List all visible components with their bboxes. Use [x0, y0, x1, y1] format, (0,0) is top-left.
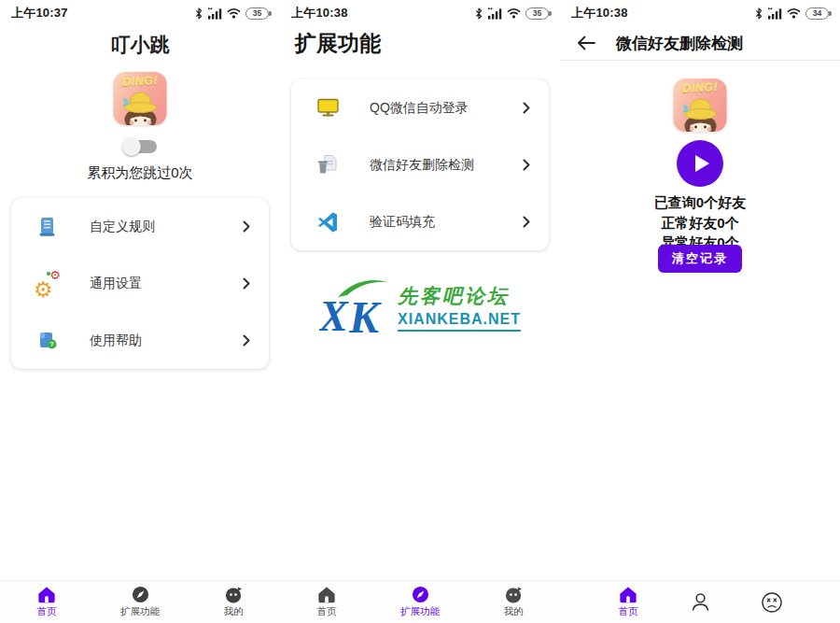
- signal-icon: [488, 7, 502, 20]
- home-icon: [37, 586, 56, 603]
- watermark-forum-name: 先客吧论坛: [398, 283, 510, 309]
- menu-item-label: 自定义规则: [90, 219, 243, 235]
- stat-queried: 已查询0个好友: [560, 192, 840, 213]
- menu-item-label: 微信好友删除检测: [370, 157, 523, 174]
- profile-face-icon: [505, 586, 523, 603]
- nav-sad-face[interactable]: [739, 581, 805, 623]
- nav-home[interactable]: 首页: [595, 581, 661, 623]
- nav-home[interactable]: 首页: [280, 581, 373, 623]
- sad-face-icon: [761, 591, 783, 614]
- profile-face-icon: [225, 586, 243, 603]
- app-icon: DING!: [674, 78, 727, 132]
- bottom-nav: 首页 扩展功能 我的: [0, 580, 280, 623]
- nav-label: 扩展功能: [400, 605, 440, 618]
- wifi-icon: [787, 7, 801, 19]
- nav-person[interactable]: [667, 581, 733, 623]
- app-icon: DING!: [114, 72, 167, 125]
- menu-item-help[interactable]: ? 使用帮助: [11, 312, 269, 369]
- nav-label: 首页: [619, 605, 638, 618]
- home-menu-card: 自定义规则 ⚙⚙ 通用设置 ? 使用帮助: [11, 198, 269, 369]
- app-icon-ding-text: DING!: [114, 74, 167, 90]
- back-arrow-icon[interactable]: [577, 35, 595, 50]
- watermark-text: 先客吧论坛 XIANKEBA.NET: [398, 283, 521, 332]
- nav-profile[interactable]: 我的: [467, 581, 560, 623]
- bluetooth-icon: [474, 7, 483, 20]
- chevron-right-icon: [243, 277, 250, 290]
- screenshot-canvas: 上午10:37 35 叮小跳 DING!: [0, 0, 840, 623]
- gears-icon: ⚙⚙: [35, 272, 60, 296]
- battery-icon: 34: [805, 7, 829, 20]
- menu-item-captcha-fill[interactable]: 验证码填充: [291, 193, 549, 250]
- monitor-icon: [315, 96, 340, 120]
- nav-label: 扩展功能: [120, 605, 160, 618]
- jump-toggle[interactable]: [123, 140, 157, 153]
- status-bar: 上午10:38 34: [560, 0, 840, 26]
- chevron-right-icon: [243, 220, 250, 233]
- watermark-site-url: XIANKEBA.NET: [398, 311, 521, 332]
- play-icon: [695, 155, 709, 172]
- header-divider: [560, 60, 840, 61]
- signal-icon: [768, 7, 782, 20]
- wifi-icon: [507, 7, 521, 19]
- screen-friend-check: 上午10:38 34 微信好友删除检测 DING!: [560, 0, 840, 623]
- home-icon: [619, 586, 637, 603]
- extensions-menu-card: QQ微信自动登录 微信好友删除检测 验证码填充: [291, 79, 549, 250]
- menu-item-label: 验证码填充: [370, 214, 523, 231]
- compass-icon: [412, 586, 429, 603]
- nav-home[interactable]: 首页: [0, 581, 93, 623]
- battery-icon: 35: [245, 7, 269, 20]
- status-bar: 上午10:37 35: [0, 0, 280, 26]
- toggle-knob: [122, 137, 141, 156]
- menu-item-label: 通用设置: [90, 276, 243, 292]
- home-icon: [317, 586, 336, 603]
- status-time: 上午10:38: [571, 5, 628, 21]
- page-title: 微信好友删除检测: [616, 33, 743, 54]
- status-bar: 上午10:38 35: [280, 0, 560, 26]
- watermark: X K 先客吧论坛 XIANKEBA.NET: [280, 276, 560, 338]
- status-icons: 34: [754, 7, 829, 20]
- menu-item-wechat-friend-check[interactable]: 微信好友删除检测: [291, 136, 549, 193]
- menu-item-label: QQ微信自动登录: [370, 100, 523, 117]
- nav-label: 首页: [317, 605, 337, 618]
- chevron-right-icon: [523, 159, 530, 171]
- nav-label: 我的: [504, 605, 524, 618]
- menu-item-custom-rules[interactable]: 自定义规则: [11, 198, 269, 255]
- nav-label: 我的: [224, 605, 244, 618]
- battery-percent: 35: [533, 8, 541, 18]
- start-check-button[interactable]: [677, 140, 723, 187]
- compass-icon: [132, 586, 149, 603]
- screen-home: 上午10:37 35 叮小跳 DING!: [0, 0, 280, 623]
- ledger-icon: [35, 215, 60, 239]
- chevron-right-icon: [243, 334, 250, 347]
- nav-label: 首页: [37, 605, 57, 618]
- status-time: 上午10:38: [291, 5, 348, 21]
- app-icon-girl-illustration: [676, 96, 724, 132]
- help-book-icon: ?: [35, 329, 60, 353]
- page-title: 扩展功能: [295, 29, 381, 58]
- svg-text:?: ?: [49, 340, 54, 348]
- status-icons: 35: [474, 7, 549, 20]
- page-header: 微信好友删除检测: [560, 26, 840, 60]
- chevron-right-icon: [523, 216, 530, 228]
- battery-percent: 34: [813, 8, 821, 18]
- battery-icon: 35: [525, 7, 549, 20]
- bottom-nav: 首页: [560, 580, 840, 623]
- bluetooth-icon: [194, 7, 203, 20]
- bluetooth-icon: [754, 7, 763, 20]
- nav-extensions[interactable]: 扩展功能: [373, 581, 467, 623]
- app-icon-girl-illustration: [116, 90, 164, 125]
- stat-normal: 正常好友0个: [560, 213, 840, 234]
- status-icons: 35: [194, 7, 269, 20]
- menu-item-qq-wechat-autologin[interactable]: QQ微信自动登录: [291, 79, 549, 136]
- bottom-nav: 首页 扩展功能 我的: [280, 580, 560, 623]
- nav-extensions[interactable]: 扩展功能: [93, 581, 187, 623]
- wifi-icon: [227, 7, 241, 19]
- chevron-right-icon: [523, 102, 530, 114]
- page-title: 叮小跳: [0, 32, 280, 58]
- xk-logo-icon: X K: [319, 276, 392, 338]
- jump-count-text: 累积为您跳过0次: [0, 164, 280, 182]
- menu-item-general-settings[interactable]: ⚙⚙ 通用设置: [11, 255, 269, 312]
- app-icon-ding-text: DING!: [674, 80, 727, 96]
- clear-records-button[interactable]: 清空记录: [658, 245, 742, 273]
- nav-profile[interactable]: 我的: [187, 581, 280, 623]
